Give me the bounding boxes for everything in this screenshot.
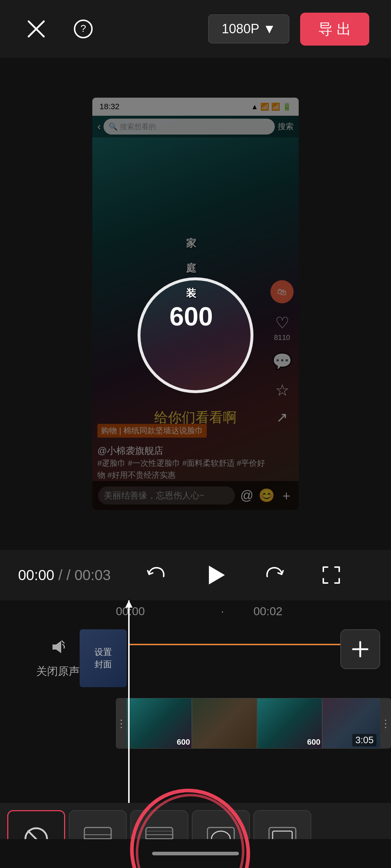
phone-search-box: 🔍 搜索想看的 — [104, 119, 275, 135]
fullscreen-button[interactable] — [319, 562, 344, 588]
hashtags: #逻脸巾 #一次性逻脸巾 #面料柔软舒适 #平价好物 #好用不贵经济实惠 — [97, 457, 270, 481]
cover-thumb-text: 设置 封面 — [94, 646, 112, 670]
strip-frame-2 — [192, 698, 257, 749]
svg-line-5 — [62, 641, 64, 643]
strip-frames: 600 600 600 — [127, 698, 380, 749]
top-bar: ? 1080P ▼ 导 出 — [0, 0, 391, 58]
phone-icons: ▲ 📶 📶 🔋 — [251, 102, 291, 111]
close-button[interactable] — [22, 14, 51, 43]
tag-text: 购物 | 棉纸同款坚墙达说脸巾 — [97, 424, 207, 438]
share-icon: ↗ — [276, 409, 288, 425]
star-icon-group: ☆ — [275, 381, 289, 399]
nav-indicator — [152, 852, 239, 855]
strip-frame-3: 600 — [257, 698, 322, 749]
ruler-time-2: 00:02 — [253, 605, 282, 618]
bottom-nav — [0, 839, 391, 868]
phone-content: ‹ 🔍 搜索想看的 搜索 家庭装 600 — [92, 116, 299, 510]
resolution-button[interactable]: 1080P ▼ — [208, 14, 289, 43]
mention-icon[interactable]: @ — [240, 488, 253, 503]
circle-mask-overlay — [138, 277, 253, 393]
undo-button[interactable] — [141, 561, 170, 590]
export-button[interactable]: 导 出 — [300, 13, 369, 46]
cover-thumbnail[interactable]: 设置 封面 — [80, 629, 127, 687]
comment-input[interactable]: 美丽结善缘，忘恩伤人心~ — [98, 486, 235, 505]
phone-search-button[interactable]: 搜索 — [278, 121, 294, 132]
timeline-area: 00:00 · 00:02 关闭原声 设置 封面 — [0, 600, 391, 803]
search-placeholder: 搜索想看的 — [120, 122, 156, 132]
strip-duration: 3:05 — [352, 734, 377, 746]
phone-bottom-info: @小棉袭旗舰店 #逻脸巾 #一次性逻脸巾 #面料柔软舒适 #平价好物 #好用不贵… — [97, 444, 270, 481]
redo-button[interactable] — [261, 561, 290, 590]
phone-comment-bar: 美丽结善缘，忘恩伤人心~ @ 😊 ＋ — [92, 481, 299, 510]
username: @小棉袭旗舰店 — [97, 444, 270, 457]
strip-right-handle[interactable]: ⋮ — [380, 698, 391, 749]
timeline-playhead — [128, 600, 130, 803]
phone-search-row: ‹ 🔍 搜索想看的 搜索 — [92, 116, 299, 137]
side-icons: 🛍 ♡ 8110 💬 ☆ ↗ — [270, 280, 294, 425]
total-time: 00:03 — [75, 567, 111, 583]
top-right-controls: 1080P ▼ 导 出 — [208, 13, 369, 46]
preview-area: 18:32 ▲ 📶 📶 🔋 ‹ 🔍 搜索想看的 搜索 — [0, 58, 391, 550]
control-center — [112, 559, 373, 591]
resolution-label: 1080P — [222, 21, 259, 37]
phone-status-bar: 18:32 ▲ 📶 📶 🔋 — [92, 98, 299, 116]
timeline-ruler: 00:00 · 00:02 — [0, 600, 391, 622]
resolution-arrow-icon: ▼ — [263, 21, 276, 37]
help-button[interactable]: ? — [69, 14, 98, 43]
phone-time: 18:32 — [100, 102, 119, 111]
current-time: 00:00 — [18, 567, 54, 583]
audio-icon — [49, 638, 67, 660]
strip-frame-1: 600 — [127, 698, 192, 749]
emoji-icon[interactable]: 😊 — [258, 488, 275, 503]
top-left-controls: ? — [22, 14, 98, 43]
phone-preview: 18:32 ▲ 📶 📶 🔋 ‹ 🔍 搜索想看的 搜索 — [92, 98, 299, 510]
playback-controls: 00:00 / / 00:03 — [0, 550, 391, 600]
shopping-tag: 购物 | 棉纸同款坚墙达说脸巾 — [97, 424, 270, 438]
comment-placeholder: 美丽结善缘，忘恩伤人心~ — [104, 490, 205, 501]
plus-icon[interactable]: ＋ — [280, 487, 293, 505]
strip-left-handle[interactable]: ⋮ — [116, 698, 127, 749]
time-display: 00:00 / / 00:03 — [18, 567, 112, 583]
audio-label[interactable]: 关闭原声 — [36, 664, 80, 679]
add-clip-button[interactable] — [340, 629, 380, 669]
like-icon-group: ♡ 8110 — [274, 314, 290, 342]
svg-text:?: ? — [80, 23, 86, 34]
comment-icon: 💬 — [272, 352, 292, 371]
video-content-area: 家庭装 600 给你们看看啊 购物 | 棉纸同款坚墙达说脸巾 @小棉袭旗舰店 — [92, 137, 299, 510]
svg-marker-4 — [209, 566, 225, 584]
time-separator: / — [58, 567, 62, 583]
timeline-tracks: 关闭原声 设置 封面 ⋮ 600 600 — [0, 622, 391, 803]
avatar-icon: 🛍 — [270, 280, 294, 303]
ruler-time-dot: · — [221, 605, 224, 618]
video-strip: ⋮ 600 600 600 ⋮ 3:05 — [116, 698, 391, 749]
play-button[interactable] — [199, 559, 232, 591]
phone-back-icon: ‹ — [97, 121, 101, 132]
